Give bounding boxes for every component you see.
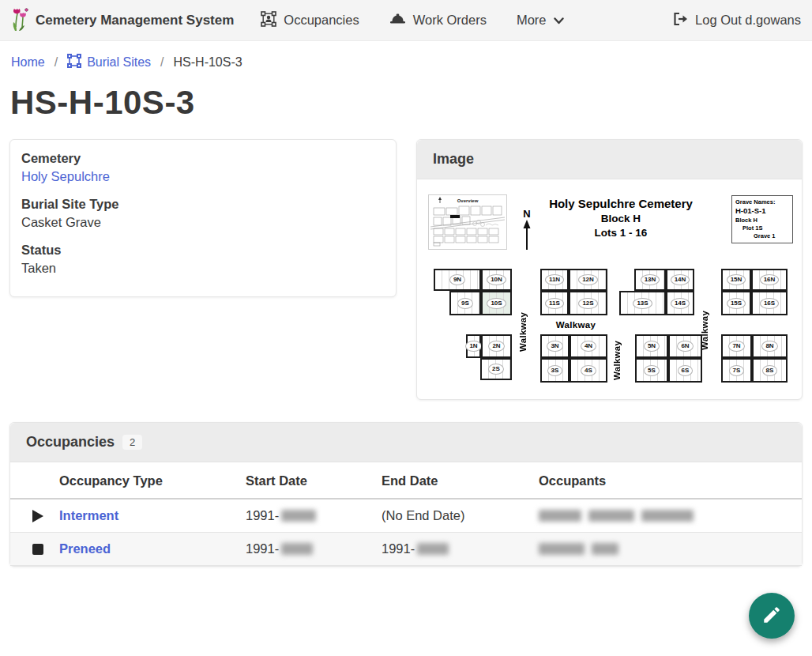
breadcrumb: Home / Burial Sites / HS-H-10S-3 [0,41,812,79]
breadcrumb-burial-sites-link[interactable]: Burial Sites [67,54,151,71]
map-lot: 5S [635,358,668,383]
redacted-text [539,543,585,555]
map-lot: 3N [540,334,570,358]
map-lot: 5N [635,334,668,358]
map-lot-label: 15N [727,274,746,285]
start-date-cell: 1991- [246,499,382,533]
map-lot: 9N [434,269,481,291]
occupancy-type-link[interactable]: Interment [59,508,118,522]
logout-label: Log Out d.gowans [695,13,801,28]
nav-work-orders[interactable]: Work Orders [389,12,487,29]
map-lot-label: 11S [545,298,564,309]
map-lot-label: 5N [644,341,660,352]
map-lot: 4S [570,358,607,383]
cemetery-plot-map[interactable]: Overview [423,186,795,393]
end-date-cell: (No End Date) [382,499,539,533]
page-title: HS-H-10S-3 [10,84,812,122]
map-lot-label: 16S [760,298,779,309]
redacted-text [641,510,694,522]
pencil-icon [761,605,782,628]
map-lot-label: 15S [727,298,746,309]
map-lot-label: 6N [677,341,693,352]
map-lot-label: 7N [728,341,744,352]
image-card-header: Image [417,140,802,179]
burial-site-type-label: Burial Site Type [21,197,385,212]
details-card: Cemetery Holy Sepulchre Burial Site Type… [9,139,397,297]
map-lot: 13S [619,291,666,315]
map-lot: 7S [721,358,752,383]
map-lot-label: 6S [678,365,694,376]
column-header-occupants: Occupants [539,462,802,499]
column-header-start-date: Start Date [246,462,382,499]
app-brand[interactable]: Cemetery Management System [11,6,234,35]
map-lot: 8S [752,358,788,383]
occupancies-header: Occupancies 2 [10,423,802,462]
occupancies-header-label: Occupancies [26,434,115,451]
grave-name-id: H-01-S-1 [735,206,789,217]
image-card-body: Overview [417,179,802,399]
map-lot-label: 3S [547,365,563,376]
map-lot: 13N [634,269,666,291]
nav-occupancies[interactable]: Occupancies [261,11,359,30]
grave-name-block: Block H [735,217,789,224]
map-lot-label: 3N [547,341,562,352]
breadcrumb-separator: / [160,55,164,70]
logout-button[interactable]: Log Out d.gowans [672,12,801,29]
occupancy-status-cell [10,533,59,566]
burial-site-frame-icon [67,54,81,71]
grave-names-heading: Grave Names: [735,198,789,206]
map-lot-label: 5S [644,365,660,376]
map-lot: 15S [721,291,751,315]
occupancy-status-cell [10,499,59,533]
map-lot: 7N [721,334,752,358]
cemetery-link[interactable]: Holy Sepulchre [21,169,110,183]
breadcrumb-current: HS-H-10S-3 [174,55,242,70]
map-lot: 4N [570,334,607,358]
redacted-text [588,510,634,522]
map-lot: 1N [466,334,481,358]
breadcrumb-burial-sites-label: Burial Sites [87,55,151,70]
walkway-label-vertical: Walkway [612,333,622,380]
occupancy-row: Preneed1991-1991- [10,533,802,566]
map-lot: 2N [481,334,512,358]
map-lot-label: 11N [545,274,564,285]
map-lot-label: 8S [762,365,778,376]
map-lot: 6N [668,334,702,358]
map-lot: 12S [569,291,607,315]
nav-work-orders-label: Work Orders [413,13,487,28]
map-lot-label: 2S [488,364,504,375]
nav-more[interactable]: More [517,13,564,28]
map-lot: 11S [540,291,569,315]
map-lot-label: 4S [581,365,596,376]
map-lot: 15N [721,269,751,291]
map-lot: 6S [668,358,702,383]
map-lot-label: 8N [761,341,777,352]
redacted-text [592,543,618,555]
edit-fab-button[interactable] [749,593,795,639]
map-lot-label: 13N [641,274,660,285]
map-title-line2: Block H [510,213,731,224]
column-header-occupancy-type: Occupancy Type [59,462,246,499]
map-lot: 10S [481,291,512,315]
map-lot-label: 12N [578,274,598,285]
image-card: Image Overview [416,139,803,400]
map-lot-label: 9S [457,298,473,309]
hardhat-icon [389,12,406,29]
top-navbar: Cemetery Management System Occupancies [0,0,812,41]
map-lot: 16S [751,291,788,315]
play-icon [32,510,43,522]
chevron-down-icon [554,13,564,28]
map-title-line3: Lots 1 - 16 [510,227,731,239]
cemetery-label: Cemetery [21,151,385,166]
occupants-cell [539,499,802,533]
app-title: Cemetery Management System [36,13,234,28]
occupancy-type-link[interactable]: Preneed [59,541,111,556]
stop-icon [32,544,43,555]
occupants-cell [539,533,802,566]
map-lot-label: 16N [760,274,780,285]
map-lot-label: 7S [729,365,745,376]
tulip-logo-icon [11,6,29,35]
breadcrumb-home-link[interactable]: Home [11,55,45,70]
map-lot: 12N [569,269,607,291]
map-lot-label: 2N [488,341,504,352]
